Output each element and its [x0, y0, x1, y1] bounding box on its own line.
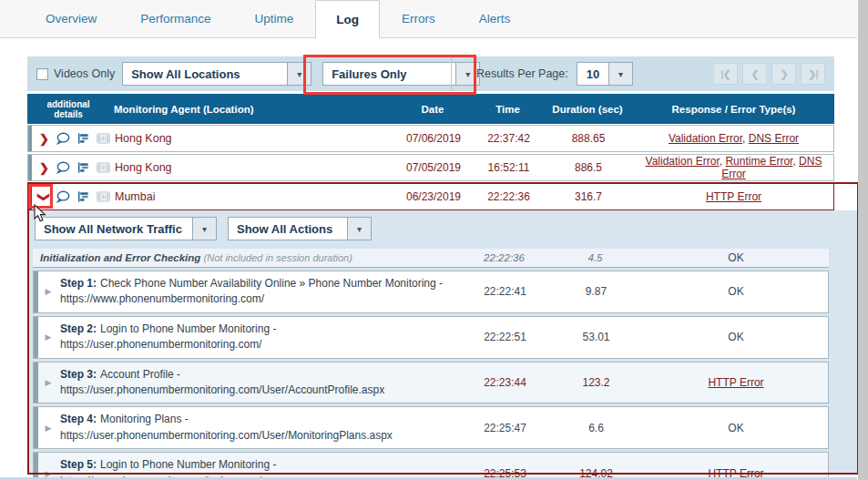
results-per-page-label: Results Per Page:	[476, 67, 568, 80]
comment-icon[interactable]	[56, 190, 70, 203]
pagination-last-button[interactable]: ❯|	[801, 63, 825, 85]
session-duration: 886.5	[543, 161, 634, 174]
filter-bar: Videos Only Show All Locations ▾ Failure…	[27, 56, 834, 91]
session-date: 07/06/2019	[393, 132, 475, 145]
row-detail-icons: ❯	[28, 161, 110, 174]
column-header-duration: Duration (sec)	[542, 104, 633, 115]
failures-dropdown[interactable]: Failures Only ▾	[322, 62, 480, 86]
pagination-first-button[interactable]: |❮	[713, 63, 738, 85]
actions-dropdown[interactable]: Show All Actions ▾	[228, 217, 372, 240]
step-time: 22:22:51	[462, 331, 548, 343]
tab-performance[interactable]: Performance	[118, 0, 232, 37]
session-date: 07/05/2019	[393, 161, 475, 174]
step-time: 22:22:36	[461, 252, 547, 263]
step-duration: 123.2	[548, 376, 644, 389]
error-link[interactable]: Validation Error	[646, 155, 720, 168]
video-icon	[97, 162, 110, 173]
expand-step-icon[interactable]: ▶	[38, 332, 58, 342]
column-header-time: Time	[474, 104, 542, 115]
column-header-additional-details: additional details	[27, 99, 109, 119]
pagination-next-button[interactable]: ❯	[771, 63, 796, 85]
column-header-agent: Monitoring Agent (Location)	[109, 104, 392, 115]
comment-icon[interactable]	[56, 132, 70, 145]
locations-dropdown-value: Show All Locations	[123, 63, 287, 85]
table-row-expanded[interactable]: ❯ Mumbai 06/23/2019 22:22:36 316.7 HTTP …	[27, 183, 834, 210]
expand-row-icon[interactable]: ❯	[39, 162, 49, 174]
locations-dropdown[interactable]: Show All Locations ▾	[122, 62, 311, 86]
step-response: OK	[644, 285, 828, 298]
video-icon	[97, 133, 110, 144]
step-description: Account Profile - https://user.phonenumb…	[60, 368, 384, 396]
tab-alerts[interactable]: Alerts	[457, 0, 533, 37]
videos-only-checkbox[interactable]	[36, 68, 48, 80]
waterfall-chart-icon[interactable]	[77, 132, 89, 145]
results-per-page-value: 10	[577, 63, 608, 85]
table-header: additional details Monitoring Agent (Loc…	[27, 94, 834, 124]
actions-dropdown-value: Show All Actions	[229, 218, 347, 240]
expand-step-icon[interactable]: ▶	[38, 287, 58, 296]
collapse-row-icon[interactable]: ❯	[38, 192, 50, 202]
tab-log[interactable]: Log	[315, 0, 380, 38]
filter-divider	[451, 56, 452, 91]
error-link[interactable]: HTTP Error	[708, 376, 763, 389]
session-duration: 888.65	[543, 132, 634, 145]
waterfall-chart-icon[interactable]	[77, 161, 89, 174]
agent-location: Mumbai	[110, 190, 393, 203]
step-duration: 53.01	[548, 331, 644, 343]
pagination-prev-button[interactable]: ❮	[742, 63, 767, 85]
tab-uptime[interactable]: Uptime	[233, 0, 316, 37]
network-traffic-dropdown[interactable]: Show All Network Traffic ▾	[35, 217, 217, 240]
videos-only-control: Videos Only	[36, 67, 115, 80]
expand-step-icon[interactable]: ▶	[38, 378, 58, 387]
row-detail-icons: ❯	[28, 132, 110, 145]
pagination: |❮ ❮ ❯ ❯|	[713, 63, 825, 85]
expand-step-icon[interactable]: ▶	[38, 424, 58, 433]
step-row[interactable]: ▶ Step 4:Monitoring Plans - https://user…	[33, 406, 829, 449]
step-row[interactable]: ▶ Step 2:Login to Phone Number Monitorin…	[33, 316, 829, 359]
step-label: Step 4:	[60, 413, 97, 425]
error-links: Validation Error, Runtime Error, DNS Err…	[634, 155, 833, 180]
step-row[interactable]: ▶ Step 1:Check Phone Number Availability…	[33, 271, 829, 313]
step-label: Step 5:	[60, 458, 97, 471]
step-duration: 9.87	[548, 285, 644, 298]
vertical-scrollbar[interactable]	[858, 0, 868, 480]
agent-location: Hong Kong	[110, 161, 393, 174]
chevron-down-icon[interactable]: ▾	[192, 218, 216, 240]
step-label: Step 2:	[60, 322, 97, 335]
tab-errors[interactable]: Errors	[380, 0, 457, 37]
session-date: 06/23/2019	[393, 190, 475, 203]
chevron-down-icon[interactable]: ▾	[608, 63, 632, 85]
error-link[interactable]: Runtime Error	[725, 155, 792, 168]
results-per-page-dropdown[interactable]: 10 ▾	[577, 62, 633, 86]
session-time: 16:52:11	[475, 161, 543, 174]
error-link[interactable]: DNS Error	[749, 132, 799, 145]
comment-icon[interactable]	[56, 161, 70, 174]
waterfall-chart-icon[interactable]	[77, 190, 89, 203]
table-row[interactable]: ❯ Hong Kong 07/05/2019 16:52:11 886.5 Va…	[27, 154, 834, 181]
error-links: Validation Error, DNS Error	[634, 132, 833, 145]
step-row[interactable]: ▶ Step 5:Login to Phone Number Monitorin…	[33, 452, 829, 480]
error-link[interactable]: Validation Error	[669, 132, 742, 145]
step-time: 22:22:41	[462, 285, 548, 298]
session-time: 22:22:36	[475, 190, 543, 203]
chevron-down-icon[interactable]: ▾	[287, 63, 311, 85]
step-response: OK	[643, 251, 829, 264]
step-description: Check Phone Number Availability Online »…	[60, 277, 443, 305]
panel-filters: Show All Network Traffic ▾ Show All Acti…	[33, 217, 859, 240]
initialization-note: (Not included in session duration)	[204, 252, 352, 263]
tab-bar: Overview Performance Uptime Log Errors A…	[0, 0, 857, 38]
step-response: OK	[644, 422, 828, 434]
error-link[interactable]: HTTP Error	[706, 190, 761, 203]
expanded-session-panel: Show All Network Traffic ▾ Show All Acti…	[27, 210, 859, 474]
column-header-date: Date	[392, 104, 474, 115]
step-label: Step 3:	[60, 368, 97, 381]
tab-overview[interactable]: Overview	[24, 0, 118, 37]
table-row[interactable]: ❯ Hong Kong 07/06/2019 22:37:42 888.65 V…	[27, 125, 834, 152]
initialization-title: Initialization and Error Checking	[40, 252, 200, 263]
chevron-down-icon[interactable]: ▾	[347, 218, 371, 240]
row-accent-bar	[28, 126, 32, 151]
step-row[interactable]: ▶ Step 3:Account Profile - https://user.…	[33, 362, 829, 404]
column-header-response: Response / Error Type(s)	[633, 104, 834, 115]
session-duration: 316.7	[543, 190, 634, 203]
expand-row-icon[interactable]: ❯	[39, 133, 49, 145]
